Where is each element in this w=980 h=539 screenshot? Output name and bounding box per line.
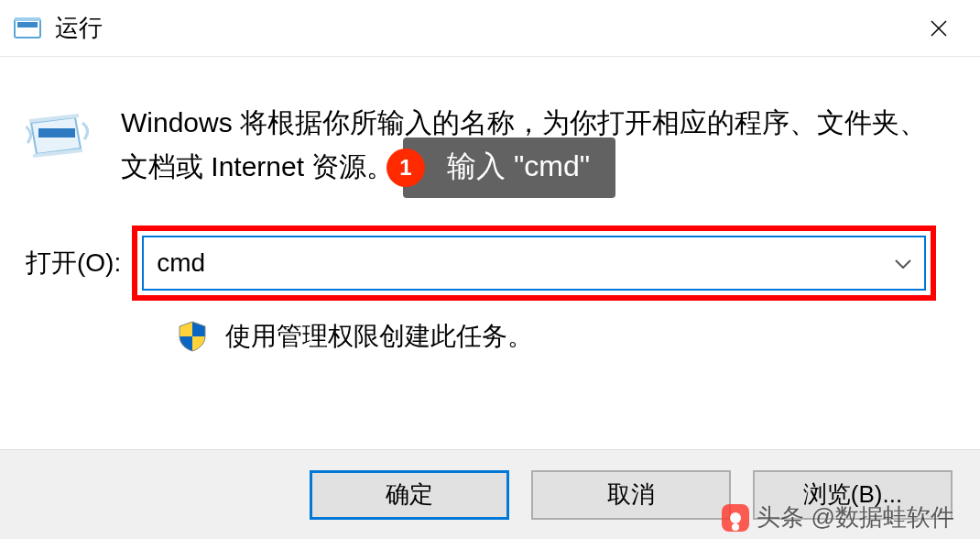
chevron-down-icon[interactable] [895, 254, 911, 273]
svg-rect-2 [38, 128, 75, 138]
run-dialog-icon [13, 14, 42, 43]
watermark: 头条 @数据蛙软件 [722, 501, 954, 534]
annotation-step-badge: 1 [387, 148, 425, 187]
open-label: 打开(O): [26, 246, 125, 280]
titlebar: 运行 [0, 0, 980, 57]
combobox-value: cmd [157, 248, 895, 278]
close-button[interactable] [898, 0, 980, 57]
shield-icon [176, 320, 209, 353]
svg-rect-1 [17, 22, 38, 28]
annotation-text: 输入 "cmd" [447, 147, 590, 187]
watermark-source: 头条 [757, 501, 804, 534]
highlight-annotation: cmd [132, 226, 936, 301]
dialog-body: Windows 将根据你所输入的名称，为你打开相应的程序、文件夹、文档或 Int… [0, 57, 980, 354]
admin-privilege-text: 使用管理权限创建此任务。 [225, 319, 533, 354]
watermark-logo-icon [722, 504, 749, 532]
window-title: 运行 [55, 12, 103, 44]
open-combobox[interactable]: cmd [142, 236, 926, 291]
annotation-callout: 1 输入 "cmd" [403, 138, 615, 198]
cancel-button[interactable]: 取消 [531, 470, 731, 520]
run-icon [26, 110, 92, 165]
ok-button[interactable]: 确定 [310, 470, 509, 520]
watermark-author: @数据蛙软件 [811, 501, 954, 534]
